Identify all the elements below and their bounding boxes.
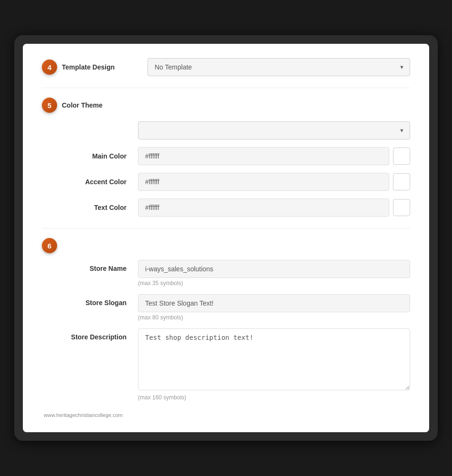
accent-color-row: Accent Color (42, 173, 410, 191)
outer-frame: 4 Template Design No Template 5 Color Th… (14, 35, 438, 441)
template-design-select[interactable]: No Template (147, 58, 410, 76)
main-color-label: Main Color (62, 152, 138, 160)
accent-color-label: Accent Color (62, 178, 138, 186)
color-theme-select-wrapper (138, 121, 410, 139)
store-name-input[interactable] (138, 260, 410, 278)
template-design-label: Template Design (62, 63, 147, 71)
step-badge-4: 4 (42, 60, 57, 75)
main-color-input[interactable] (138, 147, 389, 165)
template-design-select-wrapper: No Template (147, 58, 410, 76)
store-slogan-row: Store Slogan (max 80 symbols) (42, 294, 410, 321)
store-description-row: Store Description Test shop description … (42, 328, 410, 401)
color-theme-label: Color Theme (62, 101, 103, 109)
store-name-label: Store Name (62, 260, 138, 272)
main-color-swatch[interactable] (393, 148, 410, 165)
section-store-info: 6 Store Name (max 35 symbols) Store Slog… (42, 238, 410, 401)
store-name-hint: (max 35 symbols) (138, 280, 410, 287)
store-name-row: Store Name (max 35 symbols) (42, 260, 410, 287)
divider-2 (42, 228, 410, 228)
text-color-row: Text Color (42, 198, 410, 217)
text-color-input-wrap (138, 198, 389, 217)
store-slogan-label: Store Slogan (62, 294, 138, 307)
accent-color-input-wrap (138, 173, 389, 191)
store-description-input-group: Test shop description text! (max 160 sym… (138, 328, 410, 401)
inner-card: 4 Template Design No Template 5 Color Th… (23, 44, 429, 432)
color-theme-select[interactable] (138, 121, 410, 139)
text-color-input[interactable] (138, 198, 389, 217)
store-slogan-hint: (max 80 symbols) (138, 314, 410, 321)
accent-color-input[interactable] (138, 173, 389, 191)
section-template-design: 4 Template Design No Template (42, 58, 410, 76)
color-theme-row (42, 121, 410, 139)
text-color-label: Text Color (62, 204, 138, 211)
store-description-hint: (max 160 symbols) (138, 394, 410, 401)
step-badge-5: 5 (42, 98, 57, 113)
divider-1 (42, 88, 410, 88)
store-name-input-group: (max 35 symbols) (138, 260, 410, 287)
text-color-swatch[interactable] (393, 199, 410, 216)
main-color-input-wrap (138, 147, 389, 165)
store-description-textarea[interactable]: Test shop description text! (138, 328, 410, 390)
store-slogan-input-group: (max 80 symbols) (138, 294, 410, 321)
section-color-theme: 5 Color Theme Main Color (42, 98, 410, 217)
step-badge-6: 6 (42, 238, 57, 253)
footer-url: www.heritagechristiancollege.com (42, 412, 410, 418)
main-color-row: Main Color (42, 147, 410, 165)
store-slogan-input[interactable] (138, 294, 410, 312)
store-description-label: Store Description (62, 328, 138, 341)
accent-color-swatch[interactable] (393, 173, 410, 190)
